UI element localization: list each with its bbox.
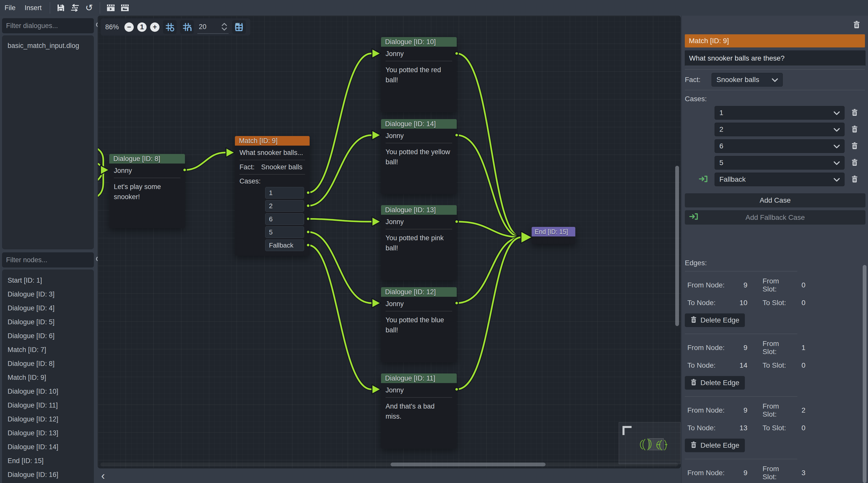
node-end-15[interactable]: End [ID: 15]: [532, 227, 575, 244]
node-list-item[interactable]: Dialogue [ID: 5]: [2, 315, 94, 329]
menu-insert[interactable]: Insert: [20, 0, 46, 16]
delete-case-icon[interactable]: [851, 158, 858, 167]
from-slot-label: From Slot:: [747, 465, 790, 481]
node-dialogue-8[interactable]: Dialogue [ID: 8] Jonny Let's play some s…: [109, 154, 185, 228]
canvas-status-bar: ‹: [98, 469, 681, 483]
snap-step-spinbox[interactable]: 20: [197, 20, 228, 34]
to-node-value: 10: [732, 299, 747, 307]
match-prompt-input[interactable]: [685, 51, 866, 66]
canvas-vertical-scrollbar[interactable]: [675, 166, 679, 326]
node-text: And that's a bad miss.: [381, 398, 457, 425]
node-dialogue-10[interactable]: Dialogue [ID: 10] Jonny You potted the r…: [381, 37, 457, 112]
fact-dropdown[interactable]: Snooker balls: [712, 73, 783, 87]
case-dropdown-value: 1: [719, 109, 723, 117]
node-list-item[interactable]: Start [ID: 1]: [2, 274, 94, 288]
node-dialogue-14[interactable]: Dialogue [ID: 14] Jonny You potted the y…: [381, 119, 457, 194]
minimap-toggle-icon[interactable]: [232, 20, 246, 34]
case-dropdown[interactable]: 5: [715, 156, 844, 170]
reorder-nodes-icon[interactable]: [68, 0, 82, 16]
zoom-out-button[interactable]: −: [124, 23, 134, 32]
from-slot-value: 3: [790, 469, 805, 477]
delete-case-icon[interactable]: [851, 142, 858, 150]
node-speaker: Jonny: [381, 215, 457, 229]
left-sidebar: basic_match_input.dlog Start [ID: 1] Dia…: [0, 16, 96, 483]
edges-label: Edges:: [685, 259, 865, 267]
node-list-item[interactable]: Dialogue [ID: 8]: [2, 357, 94, 371]
filter-dialogues-input[interactable]: [6, 22, 95, 30]
add-fallback-case-button[interactable]: Add Fallback Case: [685, 210, 866, 224]
node-list-item[interactable]: Dialogue [ID: 14]: [2, 440, 94, 454]
delete-edge-label: Delete Edge: [701, 316, 739, 324]
delete-edge-button[interactable]: Delete Edge: [685, 439, 745, 452]
node-match-9[interactable]: Match [ID: 9] What snooker balls... Fact…: [235, 136, 310, 255]
chevron-down-icon: [834, 142, 840, 150]
play-dialogue-icon[interactable]: [104, 0, 118, 16]
node-title: Dialogue [ID: 13]: [381, 205, 457, 215]
from-node-label: From Node:: [687, 281, 732, 289]
menu-file[interactable]: File: [0, 0, 20, 16]
fact-label: Fact:: [685, 76, 701, 84]
node-list-item[interactable]: Match [ID: 7]: [2, 343, 94, 357]
fallback-case-dropdown[interactable]: Fallback: [715, 173, 844, 186]
case-slot[interactable]: 6: [265, 213, 304, 225]
spin-arrows-icon[interactable]: [221, 23, 227, 31]
minimap[interactable]: [619, 422, 681, 464]
delete-node-icon[interactable]: [853, 21, 861, 30]
delete-edge-button[interactable]: Delete Edge: [685, 376, 745, 390]
node-list-item[interactable]: Dialogue [ID: 13]: [2, 426, 94, 440]
dialogue-file-item[interactable]: basic_match_input.dlog: [2, 39, 94, 53]
node-list-item[interactable]: Dialogue [ID: 3]: [2, 288, 94, 301]
from-slot-value: 2: [790, 406, 805, 414]
canvas-toolbar: 86% − 1 + 20: [101, 19, 250, 36]
node-list-item[interactable]: Dialogue [ID: 16]: [2, 468, 94, 482]
case-slot[interactable]: 1: [265, 187, 304, 199]
case-dropdown-value: Fallback: [719, 175, 746, 183]
node-list-item[interactable]: Dialogue [ID: 12]: [2, 412, 94, 426]
zoom-reset-button[interactable]: 1: [137, 23, 147, 32]
node-dialogue-13[interactable]: Dialogue [ID: 13] Jonny You potted the p…: [381, 205, 457, 280]
to-slot-label: To Slot:: [747, 424, 790, 432]
node-list-item[interactable]: End [ID: 15]: [2, 454, 94, 468]
to-slot-value: 0: [790, 299, 805, 307]
from-node-label: From Node:: [687, 344, 732, 352]
chevron-down-icon: [834, 125, 840, 133]
delete-case-icon[interactable]: [851, 175, 858, 184]
node-title: Dialogue [ID: 14]: [381, 119, 457, 129]
save-icon[interactable]: [54, 0, 68, 16]
inspector-scrollbar[interactable]: [863, 265, 867, 483]
from-node-label: From Node:: [687, 469, 732, 477]
snap-grid-toggle-icon[interactable]: [163, 20, 177, 34]
zoom-in-button[interactable]: +: [150, 23, 159, 32]
node-dialogue-12[interactable]: Dialogue [ID: 12] Jonny You potted the b…: [381, 287, 457, 362]
node-list-item[interactable]: Dialogue [ID: 4]: [2, 301, 94, 315]
case-dropdown[interactable]: 1: [715, 106, 844, 120]
case-dropdown-value: 6: [719, 142, 723, 150]
node-title: Dialogue [ID: 8]: [109, 154, 185, 163]
canvas-horizontal-scrollbar[interactable]: [391, 462, 546, 466]
zoom-level: 86%: [105, 23, 119, 31]
divider: [685, 334, 797, 334]
case-slot[interactable]: Fallback: [265, 240, 304, 251]
node-list-item[interactable]: Dialogue [ID: 11]: [2, 398, 94, 412]
filter-nodes-input[interactable]: [6, 256, 95, 264]
node-dialogue-11[interactable]: Dialogue [ID: 11] Jonny And that's a bad…: [381, 373, 457, 449]
case-dropdown[interactable]: 2: [715, 123, 844, 136]
node-list-item[interactable]: Dialogue [ID: 10]: [2, 385, 94, 398]
case-slot[interactable]: 2: [265, 200, 304, 212]
case-slot[interactable]: 5: [265, 227, 304, 238]
undo-icon[interactable]: ↺: [82, 0, 96, 16]
graph-canvas[interactable]: 86% − 1 + 20 Dialogue [ID: 8] Jonny Let'…: [98, 16, 681, 469]
node-list-item[interactable]: Dialogue [ID: 6]: [2, 329, 94, 343]
node-list-item[interactable]: Match [ID: 9]: [2, 371, 94, 385]
collapse-sidebar-icon[interactable]: ‹: [98, 470, 105, 481]
add-case-button[interactable]: Add Case: [685, 193, 866, 207]
case-dropdown[interactable]: 6: [715, 139, 844, 153]
snap-distance-toggle-icon[interactable]: [180, 20, 194, 34]
delete-edge-button[interactable]: Delete Edge: [685, 313, 745, 327]
node-text: You potted the pink ball!: [381, 230, 457, 256]
delete-case-icon[interactable]: [851, 109, 858, 117]
fact-dropdown-value: Snooker balls: [716, 76, 759, 84]
delete-case-icon[interactable]: [851, 125, 858, 134]
node-speaker: Jonny: [381, 47, 457, 61]
dialogue-library-icon[interactable]: [118, 0, 132, 16]
